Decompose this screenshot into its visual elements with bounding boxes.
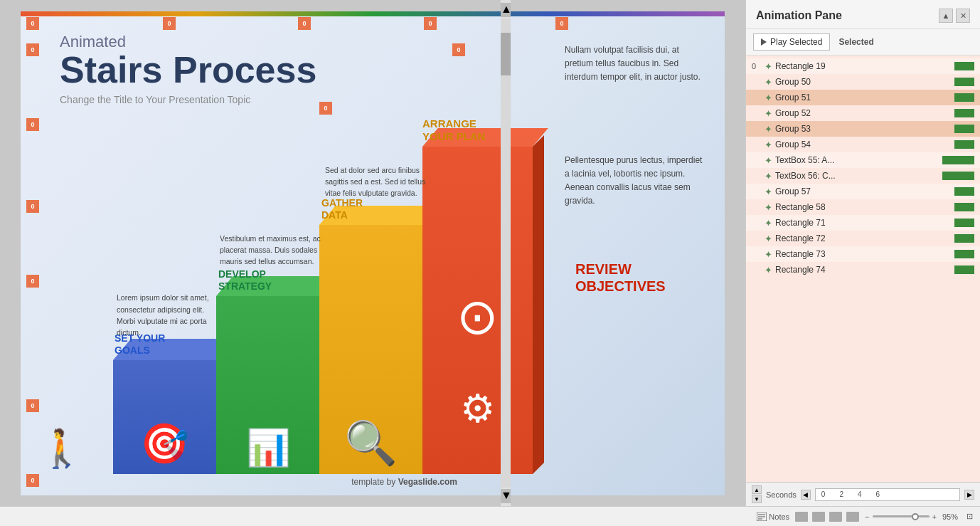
slide-title-area: Animated Stairs Process Change the Title… xyxy=(60,33,316,105)
corner-marker-l4: 0 xyxy=(26,275,39,288)
timeline-up-btn[interactable]: ▲ xyxy=(752,485,762,494)
step4-gear-icon: ⚙ xyxy=(460,386,495,431)
slide-scrollbar[interactable]: ▲ ▼ xyxy=(501,0,511,506)
anim-bar-10 xyxy=(954,219,974,227)
slide-canvas[interactable]: 0 0 0 0 0 0 0 0 0 0 0 0 0 Animated xyxy=(21,11,725,495)
zoom-in-btn[interactable]: + xyxy=(932,512,937,521)
anim-item-4[interactable]: ✦ Group 53 xyxy=(746,121,980,137)
corner-marker-t4: 0 xyxy=(424,17,437,30)
star-icon-9: ✦ xyxy=(765,202,772,213)
star-icon-0: ✦ xyxy=(765,61,772,72)
para-1: Lorem ipsum dolor sit amet, consectetur … xyxy=(117,292,223,338)
corner-marker-t5: 0 xyxy=(555,17,568,30)
slide-area: 0 0 0 0 0 0 0 0 0 0 0 0 0 Animated xyxy=(0,0,745,506)
scroll-up-btn[interactable]: ▲ xyxy=(501,3,511,17)
normal-view-btn[interactable] xyxy=(795,512,808,522)
play-selected-button[interactable]: Play Selected xyxy=(753,33,830,51)
timeline-nav-left[interactable]: ◀ xyxy=(801,490,811,500)
slideshow-btn[interactable] xyxy=(846,512,859,522)
selected-label: Selected xyxy=(838,37,873,47)
anim-bar-8 xyxy=(954,187,974,196)
fit-slide-btn[interactable]: ⊡ xyxy=(966,512,973,521)
app-container: 0 0 0 0 0 0 0 0 0 0 0 0 0 Animated xyxy=(0,0,980,526)
anim-item-3[interactable]: ✦ Group 52 xyxy=(746,105,980,121)
anim-bar-5 xyxy=(954,140,974,149)
pane-header-btns: ▲ ✕ xyxy=(939,9,970,23)
anim-bar-3 xyxy=(954,109,974,117)
right-text-2: Pellentesque purus lectus, imperdiet a l… xyxy=(565,154,703,209)
para-2: Vestibulum et maximus est, ac placerat m… xyxy=(220,233,323,268)
scroll-track xyxy=(501,19,511,488)
slide-subtitle: Change the Title to Your Presentation To… xyxy=(60,94,316,105)
view-mode-icons xyxy=(795,512,859,522)
timeline-scroll-btns[interactable]: ▲ ▼ xyxy=(752,485,762,503)
anim-item-12[interactable]: ✦ Rectangle 73 xyxy=(746,246,980,262)
step4-icon: ⊙ xyxy=(457,288,499,346)
zoom-controls: − + 95% xyxy=(865,512,958,521)
slide-animated-label: Animated xyxy=(60,33,316,51)
timeline-row: ▲ ▼ Seconds ◀ 0 2 4 6 ▶ xyxy=(752,485,974,503)
main-area: 0 0 0 0 0 0 0 0 0 0 0 0 0 Animated xyxy=(0,0,980,506)
zoom-out-btn[interactable]: − xyxy=(865,512,869,521)
anim-item-7[interactable]: ✦ TextBox 56: C... xyxy=(746,168,980,184)
pane-title: Animation Pane xyxy=(756,9,842,22)
anim-bar-12 xyxy=(954,250,974,258)
corner-marker-r1: 0 xyxy=(452,43,465,56)
zoom-slider-thumb[interactable] xyxy=(912,513,919,520)
star-icon-6: ✦ xyxy=(765,155,772,166)
anim-item-13[interactable]: ✦ Rectangle 74 xyxy=(746,262,980,278)
zoom-slider-track[interactable] xyxy=(873,515,930,517)
anim-item-8[interactable]: ✦ Group 57 xyxy=(746,184,980,199)
para-3: Sed at dolor sed arcu finibus sagittis s… xyxy=(325,164,432,199)
star-icon-5: ✦ xyxy=(765,140,772,150)
star-icon-3: ✦ xyxy=(765,108,772,119)
animation-list[interactable]: 0 ✦ Rectangle 19 ✦ Group 50 ✦ Group 51 xyxy=(746,56,980,482)
anim-item-5[interactable]: ✦ Group 54 xyxy=(746,137,980,152)
corner-marker-t3: 0 xyxy=(298,17,311,30)
corner-marker-tl: 0 xyxy=(26,17,39,30)
pane-header: Animation Pane ▲ ✕ xyxy=(746,0,980,29)
corner-marker-l1: 0 xyxy=(26,43,39,56)
template-credit: template by Vegaslide.com xyxy=(351,477,457,487)
corner-marker-l6: 0 xyxy=(26,474,39,487)
corner-marker-l5: 0 xyxy=(26,399,39,412)
star-icon-13: ✦ xyxy=(765,265,772,275)
star-icon-11: ✦ xyxy=(765,233,772,244)
anim-bar-0 xyxy=(954,62,974,70)
anim-bar-13 xyxy=(954,265,974,274)
anim-item-11[interactable]: ✦ Rectangle 72 xyxy=(746,231,980,246)
timeline-nav-right[interactable]: ▶ xyxy=(964,490,974,500)
anim-item-10[interactable]: ✦ Rectangle 71 xyxy=(746,215,980,231)
star-icon-10: ✦ xyxy=(765,218,772,228)
status-bar: Notes − + 95% ⊡ xyxy=(0,506,980,526)
reading-view-btn[interactable] xyxy=(829,512,842,522)
anim-item-9[interactable]: ✦ Rectangle 58 xyxy=(746,199,980,215)
step3-icon: 🔍 xyxy=(344,418,398,468)
corner-marker-t2: 0 xyxy=(163,17,176,30)
star-icon-1: ✦ xyxy=(765,77,772,88)
star-icon-2: ✦ xyxy=(765,93,772,103)
scroll-down-btn[interactable]: ▼ xyxy=(501,489,511,503)
anim-item-6[interactable]: ✦ TextBox 55: A... xyxy=(746,152,980,168)
star-icon-12: ✦ xyxy=(765,249,772,260)
anim-item-0[interactable]: 0 ✦ Rectangle 19 xyxy=(746,58,980,74)
anim-bar-11 xyxy=(954,234,974,243)
anim-item-2[interactable]: ✦ Group 51 xyxy=(746,90,980,105)
star-icon-8: ✦ xyxy=(765,186,772,197)
notes-button[interactable]: Notes xyxy=(757,512,789,521)
timeline-down-btn[interactable]: ▼ xyxy=(752,495,762,503)
status-right: Notes − + 95% ⊡ xyxy=(757,512,973,522)
scroll-thumb[interactable] xyxy=(501,33,511,75)
seconds-label: Seconds xyxy=(766,490,797,499)
slide-sorter-btn[interactable] xyxy=(812,512,825,522)
anim-bar-4 xyxy=(954,125,974,133)
step4-side xyxy=(533,135,544,474)
corner-marker-m1: 0 xyxy=(319,102,332,115)
pane-collapse-btn[interactable]: ▲ xyxy=(939,9,953,23)
anim-bar-7 xyxy=(942,172,974,180)
anim-item-1[interactable]: ✦ Group 50 xyxy=(746,74,980,90)
pane-close-btn[interactable]: ✕ xyxy=(956,9,970,23)
step2-label: DEVELOPSTRATEGY xyxy=(218,268,272,293)
corner-marker-l2: 0 xyxy=(26,118,39,131)
notes-icon xyxy=(757,512,767,521)
